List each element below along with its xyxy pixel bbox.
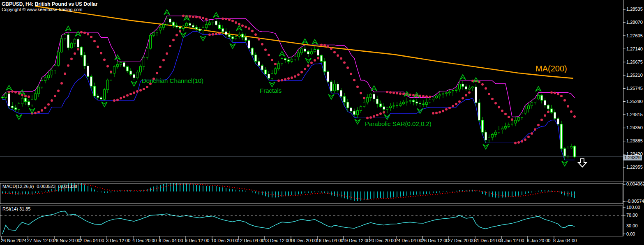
trading-chart-window: GBPUSD, H4: British Pound vs US Dollar C…: [0, 0, 644, 245]
current-price-badge: 1.23329: [623, 155, 642, 160]
down-arrow-marker[interactable]: [578, 159, 586, 167]
chart-canvas[interactable]: [0, 0, 644, 245]
